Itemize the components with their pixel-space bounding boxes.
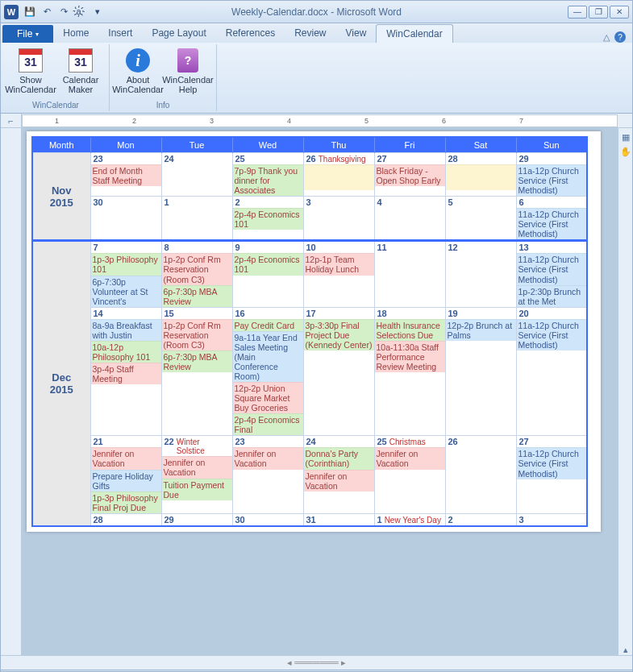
day-cell[interactable]: 611a-12p Church Service (First Methodist… <box>516 197 587 241</box>
tab-page-layout[interactable]: Page Layout <box>142 24 215 43</box>
day-cell[interactable]: 27Black Friday - Open Shop Early <box>374 153 445 197</box>
calendar-event[interactable]: 1p-2p Conf Rm Reservation (Room C3) <box>162 253 232 284</box>
day-cell[interactable]: 25ChristmasJennifer on Vacation <box>374 436 445 513</box>
day-cell[interactable]: 2 <box>445 513 516 526</box>
calendar-event[interactable]: 11a-12p Church Service (First Methodist) <box>517 253 587 284</box>
day-cell[interactable]: 26Thanksgiving <box>303 153 374 197</box>
calendar-event[interactable]: 8a-9a Breakfast with Justin <box>91 319 161 341</box>
day-cell[interactable]: 148a-9a Breakfast with Justin10a-12p Phi… <box>90 307 161 436</box>
redo-button[interactable]: ↷ <box>56 4 72 20</box>
day-cell[interactable]: 23End of Month Staff Meeting <box>90 153 161 197</box>
day-cell[interactable]: 28 <box>445 153 516 197</box>
day-cell[interactable]: 28 <box>90 513 161 526</box>
calendar-event[interactable]: Pay Credit Card <box>233 319 303 331</box>
calendar-event[interactable]: Donna's Party (Corinthian) <box>304 447 374 469</box>
day-cell[interactable]: 1New Year's Day <box>374 513 445 526</box>
day-cell[interactable]: 29 <box>161 513 232 526</box>
day-cell[interactable]: 3 <box>516 513 587 526</box>
calendar-event[interactable]: 3p-4p Staff Meeting <box>91 363 161 384</box>
calendar-event[interactable]: Jennifer on Vacation <box>91 447 161 469</box>
day-cell[interactable]: 2011a-12p Church Service (First Methodis… <box>516 307 587 436</box>
ruler-track[interactable]: 1234567 <box>22 114 618 127</box>
lang-button[interactable]: a҉ <box>73 4 89 20</box>
day-cell[interactable]: 30 <box>90 197 161 241</box>
day-cell[interactable]: 30 <box>232 513 303 526</box>
day-cell[interactable]: 1012p-1p Team Holiday Lunch <box>303 241 374 307</box>
day-cell[interactable]: 11 <box>374 241 445 307</box>
day-cell[interactable]: 12 <box>445 241 516 307</box>
calendar-event[interactable]: 11a-12p Church Service (First Methodist) <box>517 164 587 196</box>
tab-references[interactable]: References <box>216 24 285 43</box>
calendar-event[interactable]: 2p-4p Economics 101 <box>233 208 303 230</box>
day-cell[interactable]: 4 <box>374 197 445 241</box>
day-cell[interactable]: 26 <box>445 436 516 513</box>
calendar-event[interactable]: Health Insurance Selections Due <box>375 319 445 341</box>
day-cell[interactable]: 24Donna's Party (Corinthian)Jennifer on … <box>303 436 374 513</box>
file-tab[interactable]: File <box>2 25 53 43</box>
calendar-event[interactable]: Jennifer on Vacation <box>375 447 445 469</box>
day-cell[interactable]: 2711a-12p Church Service (First Methodis… <box>516 436 587 513</box>
show-wincal-button[interactable]: 31Show WinCalendar <box>7 46 54 99</box>
day-cell[interactable]: 92p-4p Economics 101 <box>232 241 303 307</box>
calendar-event[interactable]: 11a-12p Church Service (First Methodist) <box>517 447 587 479</box>
calendar-event[interactable]: 1p-3p Philosophy 101 <box>91 253 161 275</box>
calendar-event[interactable]: 6p-7:30p MBA Review <box>162 351 232 372</box>
day-cell[interactable]: 5 <box>445 197 516 241</box>
day-cell[interactable]: 3 <box>303 197 374 241</box>
help-button[interactable]: ?WinCalendar Help <box>164 46 211 99</box>
scroll-up-icon[interactable]: ▴ <box>620 644 631 655</box>
hscrollbar[interactable]: ◂ ═══════ ▸ <box>1 655 632 670</box>
calendar-event[interactable]: 10a-12p Philosophy 101 <box>91 341 161 363</box>
day-cell[interactable]: 81p-2p Conf Rm Reservation (Room C3)6p-7… <box>161 241 232 307</box>
about-button[interactable]: iAbout WinCalendar <box>115 46 161 99</box>
day-cell[interactable]: 24 <box>161 153 232 197</box>
help-icon[interactable]: ? <box>614 31 626 43</box>
day-cell[interactable]: 173p-3:30p Final Project Due (Kennedy Ce… <box>303 307 374 436</box>
calendar-event[interactable]: 9a-11a Year End Sales Meeting (Main Conf… <box>233 331 303 382</box>
calendar-event[interactable]: 1p-2p Conf Rm Reservation (Room C3) <box>162 319 232 351</box>
day-cell[interactable]: 16Pay Credit Card9a-11a Year End Sales M… <box>232 307 303 436</box>
day-cell[interactable]: 21Jennifer on VacationPrepare Holiday Gi… <box>90 436 161 513</box>
calendar-event[interactable]: 10a-11:30a Staff Performance Review Meet… <box>375 341 445 372</box>
calendar-event[interactable]: 3p-3:30p Final Project Due (Kennedy Cent… <box>304 319 374 351</box>
hand-tool-icon[interactable]: ✋ <box>620 146 631 157</box>
collapse-ribbon-icon[interactable]: △ <box>603 32 610 43</box>
tab-view[interactable]: View <box>336 24 377 43</box>
calendar-event[interactable]: 6p-7:30p Volunteer at St Vincent's <box>91 276 161 307</box>
ruler-corner[interactable]: ⌐ <box>1 114 22 128</box>
calendar-event[interactable]: 6p-7:30p MBA Review <box>162 285 232 307</box>
tab-home[interactable]: Home <box>53 24 98 43</box>
day-cell[interactable]: 151p-2p Conf Rm Reservation (Room C3)6p-… <box>161 307 232 436</box>
document-scroll[interactable]: MonthMonTueWedThuFriSatSun Nov201523End … <box>22 128 618 655</box>
calendar-event[interactable]: 11a-12p Church Service (First Methodist) <box>517 208 587 239</box>
calendar-event[interactable]: 12p-1p Team Holiday Lunch <box>304 253 374 275</box>
save-button[interactable]: 💾 <box>22 4 38 20</box>
cal-maker-button[interactable]: 31Calendar Maker <box>57 46 104 99</box>
calendar-event[interactable]: 12p-2p Brunch at Palms <box>446 319 516 341</box>
calendar-event[interactable]: 1p-3p Philosophy Final Proj Due <box>91 492 161 513</box>
ruler-vertical[interactable] <box>1 128 22 655</box>
calendar-event[interactable]: 7p-9p Thank you dinner for Associates <box>233 164 303 196</box>
tab-wincalendar[interactable]: WinCalendar <box>376 24 452 43</box>
restore-button[interactable]: ❐ <box>589 6 608 19</box>
calendar-event[interactable]: 2p-4p Economics Final <box>233 413 303 435</box>
calendar-event[interactable]: Tuition Payment Due <box>162 479 232 500</box>
day-cell[interactable]: 23Jennifer on Vacation <box>232 436 303 513</box>
minimize-button[interactable]: — <box>568 6 587 19</box>
day-cell[interactable]: 257p-9p Thank you dinner for Associates <box>232 153 303 197</box>
qat-dropdown[interactable]: ▾ <box>90 4 106 20</box>
calendar-event[interactable]: Jennifer on Vacation <box>162 456 232 478</box>
tab-review[interactable]: Review <box>285 24 335 43</box>
day-cell[interactable]: 22p-4p Economics 101 <box>232 197 303 241</box>
calendar-event[interactable] <box>446 164 516 190</box>
day-cell[interactable]: 22Winter SolsticeJennifer on VacationTui… <box>161 436 232 513</box>
ruler-toggle-icon[interactable]: ▦ <box>620 131 631 143</box>
calendar-event[interactable]: End of Month Staff Meeting <box>91 164 161 186</box>
calendar-event[interactable]: 2p-4p Economics 101 <box>233 253 303 275</box>
day-cell[interactable]: 18Health Insurance Selections Due10a-11:… <box>374 307 445 436</box>
calendar-event[interactable]: Jennifer on Vacation <box>233 447 303 469</box>
calendar-event[interactable]: 12p-2p Union Square Market Buy Groceries <box>233 382 303 413</box>
day-cell[interactable]: 2911a-12p Church Service (First Methodis… <box>516 153 587 197</box>
calendar-event[interactable]: 11a-12p Church Service (First Methodist) <box>517 319 587 351</box>
day-cell[interactable]: 31 <box>303 513 374 526</box>
